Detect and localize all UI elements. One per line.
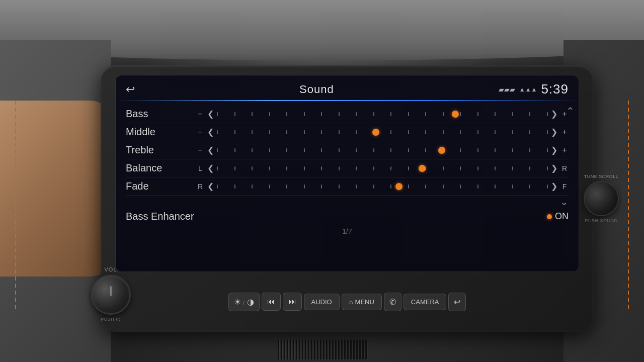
balance-label: Balance xyxy=(126,162,196,174)
slider-tick xyxy=(460,185,461,189)
slider-tick xyxy=(425,185,426,189)
vent-slit xyxy=(335,339,337,359)
scroll-down-button[interactable]: ⌄ xyxy=(126,196,569,208)
camera-label: CAMERA xyxy=(411,298,439,306)
slider-tick xyxy=(304,148,305,152)
back-nav-button[interactable]: ↩ xyxy=(448,293,466,311)
middle-chevron-right[interactable]: ❯ xyxy=(551,127,557,137)
slider-tick xyxy=(529,148,530,152)
slider-tick xyxy=(425,148,426,152)
fade-slider-track[interactable] xyxy=(217,186,548,188)
fade-row: Fade R ❮ xyxy=(126,177,569,196)
slider-tick xyxy=(512,148,513,152)
bass-enhancer-label: Bass Enhancer xyxy=(126,211,196,222)
header-right: ▰▰▰ ▲▲▲ 5:39 xyxy=(499,81,569,97)
slider-tick xyxy=(443,130,444,134)
vol-label: VOL xyxy=(104,266,117,273)
slider-tick xyxy=(547,148,548,152)
menu-label: MENU xyxy=(355,298,374,306)
middle-chevron-left[interactable]: ❮ xyxy=(207,127,214,137)
fade-chevron-right[interactable]: ❯ xyxy=(551,182,557,191)
bass-enhancer-on-text: ON xyxy=(555,211,569,222)
slider-tick xyxy=(217,185,218,189)
slider-tick xyxy=(339,130,340,134)
slider-tick xyxy=(477,112,478,116)
slider-tick xyxy=(356,130,357,134)
audio-button[interactable]: AUDIO xyxy=(304,294,340,310)
fade-slider-area: R ❮ xyxy=(196,182,569,191)
back-button[interactable]: ↩ xyxy=(126,83,135,96)
slider-tick xyxy=(356,148,357,152)
middle-slider-track[interactable] xyxy=(217,131,548,133)
tune-scroll-knob[interactable] xyxy=(584,181,619,216)
vent-slit xyxy=(362,339,364,359)
fade-chevron-left[interactable]: ❮ xyxy=(207,182,214,191)
light-dimmer-button[interactable]: ☀ / ◑ xyxy=(228,293,260,311)
slider-tick xyxy=(286,148,287,152)
camera-button[interactable]: CAMERA xyxy=(404,294,447,310)
treble-chevron-left[interactable]: ❮ xyxy=(207,145,214,155)
slider-tick xyxy=(425,130,426,134)
treble-plus[interactable]: + xyxy=(560,146,569,155)
balance-thumb[interactable] xyxy=(419,165,426,172)
slider-tick xyxy=(547,112,548,116)
slider-tick xyxy=(495,185,496,189)
vent-slit xyxy=(323,339,325,359)
balance-right-label: R xyxy=(560,164,569,172)
slider-tick xyxy=(339,166,340,170)
next-track-button[interactable]: ⏭ xyxy=(283,293,302,311)
bass-chevron-right[interactable]: ❯ xyxy=(551,109,557,119)
menu-button[interactable]: ⌂ MENU xyxy=(342,294,382,310)
treble-thumb[interactable] xyxy=(438,147,445,154)
vent-slit xyxy=(353,339,355,359)
middle-plus[interactable]: + xyxy=(560,128,569,137)
middle-thumb[interactable] xyxy=(372,129,379,136)
physical-controls: ☀ / ◑ ⏮ ⏭ AUDIO ⌂ MENU ✆ CAMERA xyxy=(116,277,579,327)
middle-row: Middle − ❮ xyxy=(126,123,569,141)
treble-minus[interactable]: − xyxy=(196,146,204,155)
vol-knob[interactable] xyxy=(91,275,131,315)
hand xyxy=(0,101,111,277)
vent-slit xyxy=(347,339,349,359)
treble-slider-track[interactable] xyxy=(217,149,548,151)
treble-label: Treble xyxy=(126,144,196,156)
vol-knob-area: VOL PUSH ⏻ xyxy=(91,266,131,322)
vent-slit xyxy=(299,339,300,359)
slider-tick xyxy=(269,185,270,189)
treble-chevron-right[interactable]: ❯ xyxy=(551,145,557,155)
slider-tick xyxy=(286,112,287,116)
fade-thumb[interactable] xyxy=(395,183,403,190)
bass-slider-track[interactable] xyxy=(217,113,548,115)
balance-chevron-left[interactable]: ❮ xyxy=(207,163,214,173)
vent-slit xyxy=(281,339,282,359)
slider-tick xyxy=(512,185,513,189)
phone-button[interactable]: ✆ xyxy=(384,293,401,311)
dim-separator: / xyxy=(243,300,245,306)
prev-track-button[interactable]: ⏮ xyxy=(262,293,281,311)
bass-thumb[interactable] xyxy=(452,111,459,118)
slider-tick xyxy=(321,112,322,116)
slider-tick xyxy=(373,166,374,170)
scroll-up-button[interactable]: ⌃ xyxy=(566,105,575,117)
vent-slit xyxy=(356,339,358,359)
slider-tick xyxy=(460,166,461,170)
fade-left-label: R xyxy=(196,183,204,191)
bass-minus[interactable]: − xyxy=(196,110,204,119)
next-icon: ⏭ xyxy=(288,297,296,306)
slider-tick xyxy=(286,130,287,134)
bass-slider-area: − ❮ xyxy=(196,109,569,119)
middle-slider-area: − ❮ xyxy=(196,127,569,137)
slider-tick xyxy=(321,185,322,189)
balance-slider-track[interactable] xyxy=(217,167,548,169)
bass-chevron-left[interactable]: ❮ xyxy=(207,109,214,119)
slider-tick xyxy=(234,130,235,134)
dim-icon: ◑ xyxy=(247,298,254,306)
leather-stitch-left xyxy=(15,101,16,312)
bass-enhancer-status[interactable]: ON xyxy=(547,211,569,222)
middle-minus[interactable]: − xyxy=(196,128,204,137)
balance-chevron-right[interactable]: ❯ xyxy=(551,163,557,173)
vent-slit xyxy=(314,339,315,359)
screen-title: Sound xyxy=(299,83,334,96)
vent-slit xyxy=(284,339,285,359)
balance-slider-area: L ❮ xyxy=(196,163,569,173)
